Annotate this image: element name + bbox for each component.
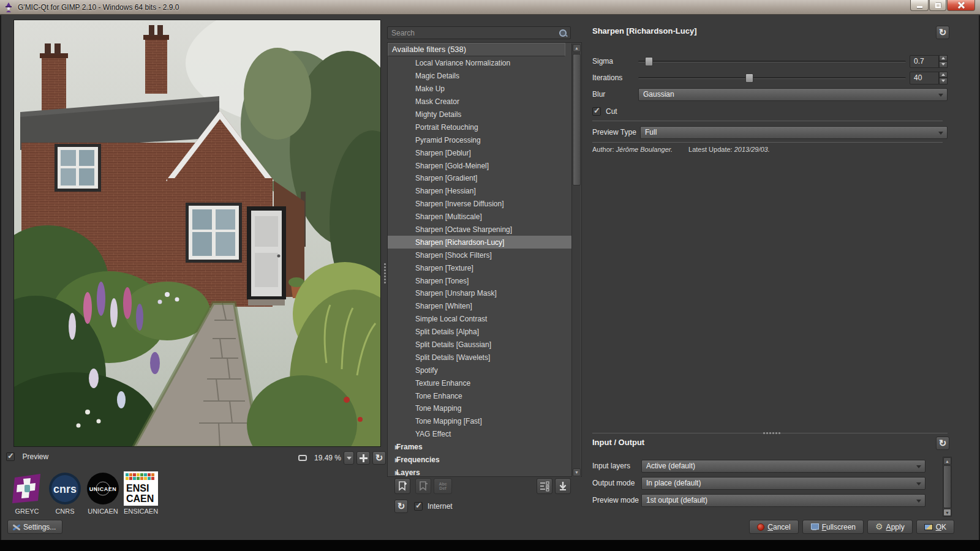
update-filters-button[interactable] <box>394 500 408 513</box>
reset-filter-button[interactable] <box>936 26 949 39</box>
cancel-icon <box>757 523 764 531</box>
iterations-spinner[interactable] <box>939 72 948 84</box>
cut-checkbox-label: Cut <box>606 107 617 116</box>
io-scrollbar[interactable]: ▲ ▼ <box>943 457 952 517</box>
fit-zoom-button[interactable] <box>296 451 309 465</box>
filter-list-item[interactable]: Sharpen [Multiscale] <box>388 211 573 223</box>
rename-fave-button[interactable]: Abc Def <box>434 478 452 494</box>
filter-list-item[interactable]: Split Details [Alpha] <box>388 326 573 339</box>
filter-list-item[interactable]: Frames <box>388 441 573 454</box>
filter-list-item[interactable]: Sharpen [Hessian] <box>388 185 573 198</box>
filter-list-item[interactable]: Frequencies <box>388 454 573 467</box>
filter-list-item[interactable]: Pyramid Processing <box>388 133 573 146</box>
filter-list-item[interactable]: Tone Enhance <box>388 389 573 402</box>
preview-checkbox[interactable] <box>6 452 15 461</box>
filter-list-item[interactable]: Sharpen [Deblur] <box>388 146 573 159</box>
filter-list-item[interactable]: Tone Mapping [Fast] <box>388 415 573 428</box>
zoom-dropdown-icon <box>347 457 352 460</box>
faves-visibility-button[interactable] <box>537 478 552 494</box>
zoom-dropdown-button[interactable] <box>344 451 354 465</box>
restore-button[interactable] <box>929 0 946 11</box>
cnrs-label: CNRS <box>47 508 83 515</box>
filter-list-item[interactable]: Sharpen [Gradient] <box>388 172 573 185</box>
cancel-button[interactable]: Cancel <box>749 520 798 534</box>
filter-list-item[interactable]: Simple Local Contrast <box>388 313 573 326</box>
io-splitter-handle[interactable] <box>763 432 781 434</box>
filter-list-item[interactable]: Magic Details <box>388 70 573 83</box>
unicaen-logo[interactable]: UNICAEN UNICAEN <box>85 471 121 515</box>
filter-list-item[interactable]: Sharpen [Whiten] <box>388 300 573 313</box>
search-box[interactable] <box>387 26 571 39</box>
scrollbar-thumb[interactable] <box>573 54 581 186</box>
refresh-icon <box>398 501 405 512</box>
rename-fave-icon: Abc Def <box>439 482 447 490</box>
filter-list-item[interactable]: Texture Enhance <box>388 377 573 389</box>
filter-list-item[interactable]: Tone Mapping <box>388 402 573 415</box>
reset-io-button[interactable] <box>936 437 949 450</box>
filter-list-item[interactable]: Split Details [Wavelets] <box>388 351 573 364</box>
search-input[interactable] <box>391 29 556 37</box>
filter-list-item[interactable]: Sharpen [Inverse Diffusion] <box>388 198 573 211</box>
scroll-down-icon[interactable]: ▼ <box>943 509 951 516</box>
remove-fave-button[interactable] <box>415 478 431 494</box>
iterations-slider[interactable] <box>638 71 906 84</box>
filter-list-item[interactable]: Mask Creator <box>388 96 573 108</box>
window-title: G'MIC-Qt for GIMP 2.10 - Windows 64 bits… <box>18 3 179 12</box>
filter-list-item[interactable]: Portrait Retouching <box>388 121 573 133</box>
internet-checkbox[interactable] <box>414 502 423 511</box>
preview-refresh-button[interactable] <box>372 451 386 465</box>
filter-list-item[interactable]: Sharpen [Richardson-Lucy] <box>388 236 573 249</box>
sigma-value[interactable]: 0.7 <box>910 55 939 68</box>
gmic-dialog: G'MIC-Qt for GIMP 2.10 - Windows 64 bits… <box>0 0 980 551</box>
filter-list-item[interactable]: Split Details [Gaussian] <box>388 339 573 351</box>
filter-list-item[interactable]: Spotify <box>388 364 573 377</box>
io-select[interactable]: In place (default) <box>641 477 925 490</box>
settings-button-label: Settings... <box>23 523 56 531</box>
remove-fave-icon <box>418 481 429 492</box>
filter-list-item[interactable]: Sharpen [Texture] <box>388 261 573 274</box>
minimize-button[interactable] <box>910 0 929 11</box>
scroll-up-icon[interactable]: ▲ <box>573 44 581 52</box>
filter-list-item[interactable]: Make Up <box>388 83 573 96</box>
ensicaen-logo[interactable]: ENSI CAEN ENSICAEN <box>123 471 159 515</box>
titlebar[interactable]: G'MIC-Qt for GIMP 2.10 - Windows 64 bits… <box>0 0 980 15</box>
splitter-handle-left[interactable] <box>383 263 386 284</box>
filter-list-item[interactable]: Mighty Details <box>388 108 573 121</box>
filter-list-item[interactable]: Sharpen [Shock Filters] <box>388 249 573 261</box>
fullscreen-button[interactable]: Fullscreen <box>802 520 864 534</box>
download-filters-button[interactable] <box>555 478 571 494</box>
sigma-slider-handle[interactable] <box>645 57 653 66</box>
filter-list-item[interactable]: Sharpen [Octave Sharpening] <box>388 223 573 236</box>
io-select[interactable]: Active (default) <box>641 460 925 473</box>
filter-list-item[interactable]: Layers <box>388 467 573 477</box>
apply-button[interactable]: Apply <box>867 520 913 534</box>
close-button[interactable] <box>947 0 975 11</box>
scrollbar-thumb[interactable] <box>943 465 951 508</box>
greyc-logo[interactable]: GREYC <box>9 471 45 515</box>
filter-list-item[interactable]: Sharpen [Tones] <box>388 274 573 287</box>
iterations-value[interactable]: 40 <box>910 72 939 84</box>
filter-list-item[interactable]: Sharpen [Unsharp Mask] <box>388 287 573 300</box>
preview-type-select[interactable]: Full <box>640 126 948 139</box>
blur-select[interactable]: Gaussian <box>638 88 948 101</box>
scroll-up-icon[interactable]: ▲ <box>943 457 951 465</box>
filter-list-item[interactable]: Local Variance Normalization <box>388 57 573 70</box>
iterations-slider-handle[interactable] <box>745 73 753 83</box>
scroll-down-icon[interactable]: ▼ <box>573 468 581 476</box>
zoom-in-button[interactable] <box>356 451 370 465</box>
io-select[interactable]: 1st output (default) <box>641 494 925 507</box>
add-fave-button[interactable] <box>394 478 410 494</box>
sigma-slider[interactable] <box>638 54 906 68</box>
filter-list-scrollbar[interactable]: ▲ ▼ <box>571 43 581 477</box>
cut-checkbox[interactable] <box>592 107 601 116</box>
cnrs-logo[interactable]: cnrs CNRS <box>47 471 83 515</box>
window-bottom-frame <box>0 540 980 551</box>
partner-logos: GREYC cnrs CNRS UNICAEN <box>9 471 160 515</box>
ok-button[interactable]: OK <box>916 520 954 534</box>
filter-list-item[interactable]: Sharpen [Gold-Meinel] <box>388 159 573 172</box>
io-row-label: Output mode <box>592 479 641 487</box>
filter-list-item[interactable]: YAG Effect <box>388 428 573 441</box>
settings-button[interactable]: Settings... <box>7 520 62 534</box>
sigma-spinner[interactable] <box>939 55 948 68</box>
preview-image[interactable] <box>13 20 381 447</box>
